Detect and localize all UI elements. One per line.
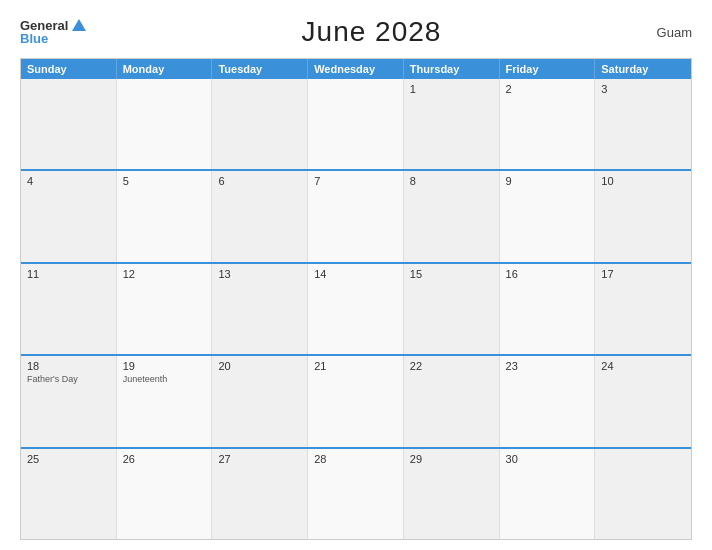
day-number: 9 (506, 175, 589, 187)
day-number: 11 (27, 268, 110, 280)
col-friday: Friday (500, 59, 596, 79)
col-tuesday: Tuesday (212, 59, 308, 79)
cell-1-0: 4 (21, 171, 117, 261)
day-number: 29 (410, 453, 493, 465)
day-number: 24 (601, 360, 685, 372)
cell-4-1: 26 (117, 449, 213, 539)
cell-4-6 (595, 449, 691, 539)
col-wednesday: Wednesday (308, 59, 404, 79)
cell-0-0 (21, 79, 117, 169)
day-number: 22 (410, 360, 493, 372)
cell-3-0: 18Father's Day (21, 356, 117, 446)
cell-1-3: 7 (308, 171, 404, 261)
logo-triangle-icon (72, 19, 86, 31)
cell-3-3: 21 (308, 356, 404, 446)
col-sunday: Sunday (21, 59, 117, 79)
holiday-label: Juneteenth (123, 374, 206, 386)
day-number: 23 (506, 360, 589, 372)
cell-1-2: 6 (212, 171, 308, 261)
calendar: Sunday Monday Tuesday Wednesday Thursday… (20, 58, 692, 540)
col-thursday: Thursday (404, 59, 500, 79)
cell-0-6: 3 (595, 79, 691, 169)
cell-4-4: 29 (404, 449, 500, 539)
logo: General Blue (20, 19, 86, 45)
cell-3-2: 20 (212, 356, 308, 446)
day-number: 17 (601, 268, 685, 280)
cell-4-0: 25 (21, 449, 117, 539)
cell-3-6: 24 (595, 356, 691, 446)
week-row-3: 18Father's Day19Juneteenth2021222324 (21, 356, 691, 448)
day-number: 20 (218, 360, 301, 372)
logo-blue-text: Blue (20, 32, 86, 45)
day-number: 27 (218, 453, 301, 465)
day-number: 25 (27, 453, 110, 465)
calendar-header: Sunday Monday Tuesday Wednesday Thursday… (21, 59, 691, 79)
day-number: 26 (123, 453, 206, 465)
day-number: 15 (410, 268, 493, 280)
day-number: 4 (27, 175, 110, 187)
cell-4-3: 28 (308, 449, 404, 539)
cell-0-1 (117, 79, 213, 169)
cell-1-6: 10 (595, 171, 691, 261)
day-number: 7 (314, 175, 397, 187)
week-row-0: 123 (21, 79, 691, 171)
day-number: 28 (314, 453, 397, 465)
cell-3-4: 22 (404, 356, 500, 446)
header: General Blue June 2028 Guam (20, 16, 692, 48)
cell-0-3 (308, 79, 404, 169)
region-label: Guam (657, 25, 692, 40)
cell-1-1: 5 (117, 171, 213, 261)
page: General Blue June 2028 Guam Sunday Monda… (0, 0, 712, 550)
calendar-title: June 2028 (302, 16, 442, 48)
day-number: 13 (218, 268, 301, 280)
cell-3-5: 23 (500, 356, 596, 446)
cell-2-5: 16 (500, 264, 596, 354)
cell-4-5: 30 (500, 449, 596, 539)
day-number: 21 (314, 360, 397, 372)
week-row-2: 11121314151617 (21, 264, 691, 356)
cell-0-2 (212, 79, 308, 169)
calendar-body: 123456789101112131415161718Father's Day1… (21, 79, 691, 539)
week-row-4: 252627282930 (21, 449, 691, 539)
cell-3-1: 19Juneteenth (117, 356, 213, 446)
week-row-1: 45678910 (21, 171, 691, 263)
holiday-label: Father's Day (27, 374, 110, 386)
day-number: 12 (123, 268, 206, 280)
day-number: 2 (506, 83, 589, 95)
day-number: 6 (218, 175, 301, 187)
cell-2-1: 12 (117, 264, 213, 354)
day-number: 18 (27, 360, 110, 372)
col-monday: Monday (117, 59, 213, 79)
cell-4-2: 27 (212, 449, 308, 539)
day-number: 19 (123, 360, 206, 372)
cell-2-6: 17 (595, 264, 691, 354)
day-number: 14 (314, 268, 397, 280)
cell-2-0: 11 (21, 264, 117, 354)
cell-2-3: 14 (308, 264, 404, 354)
day-number: 3 (601, 83, 685, 95)
col-saturday: Saturday (595, 59, 691, 79)
cell-0-5: 2 (500, 79, 596, 169)
day-number: 30 (506, 453, 589, 465)
cell-1-4: 8 (404, 171, 500, 261)
cell-0-4: 1 (404, 79, 500, 169)
cell-2-2: 13 (212, 264, 308, 354)
day-number: 8 (410, 175, 493, 187)
day-number: 10 (601, 175, 685, 187)
day-number: 16 (506, 268, 589, 280)
day-number: 5 (123, 175, 206, 187)
cell-1-5: 9 (500, 171, 596, 261)
day-number: 1 (410, 83, 493, 95)
cell-2-4: 15 (404, 264, 500, 354)
